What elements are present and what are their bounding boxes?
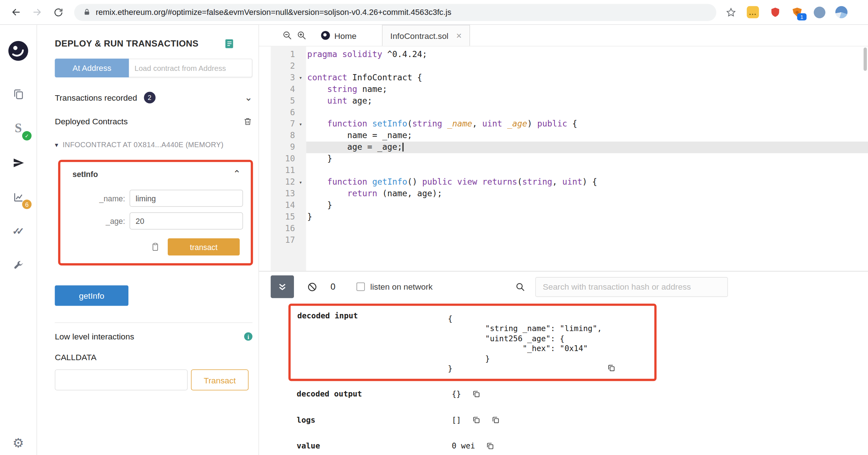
fold-arrow-icon[interactable]: ▾ <box>295 72 306 84</box>
screen: remix.ethereum.org/#optimize=false&evmVe… <box>0 0 868 455</box>
extension-circle[interactable] <box>813 5 826 19</box>
forward-button[interactable] <box>29 4 45 21</box>
clipboard-icon[interactable] <box>151 242 160 251</box>
copy-icon[interactable] <box>608 364 616 372</box>
line-number: 8 <box>271 130 295 142</box>
sidebar-item-file-explorer[interactable] <box>7 83 29 105</box>
code-line-16[interactable]: 16 <box>271 223 868 234</box>
terminal-collapse-button[interactable] <box>271 275 294 298</box>
code-line-8[interactable]: 8 name = _name; <box>271 130 868 142</box>
code-line-14[interactable]: 14 } <box>271 200 868 211</box>
calldata-transact-button[interactable]: Transact <box>191 369 248 390</box>
tab-infocontract[interactable]: InfoContract.sol × <box>382 25 470 46</box>
fold-arrow-icon[interactable]: ▾ <box>295 118 306 130</box>
deployed-contracts-row: Deployed Contracts <box>55 117 252 126</box>
gear-icon: ⚙ <box>13 436 24 451</box>
setinfo-annotation-box: setInfo ⌃ _name: _age: transact <box>58 160 253 266</box>
transact-button[interactable]: transact <box>168 238 240 255</box>
code-line-17[interactable]: 17 <box>271 234 868 246</box>
sidebar-item-debugger[interactable] <box>7 254 29 277</box>
getinfo-button[interactable]: getInfo <box>55 285 128 306</box>
listen-network-checkbox[interactable] <box>357 283 365 291</box>
code-line-9[interactable]: 9 age = _age; <box>271 142 868 153</box>
code-text: string name; <box>306 84 868 95</box>
age-input[interactable] <box>130 212 243 229</box>
double-check-icon: ✓✓ <box>12 225 24 237</box>
trash-icon[interactable] <box>243 117 252 126</box>
sidebar-item-testing[interactable]: ✓✓ <box>7 220 29 242</box>
at-address-button[interactable]: At Address <box>55 59 129 77</box>
chevron-up-icon[interactable]: ⌃ <box>233 172 241 177</box>
decoded-input-annotation-box: decoded input { "string _name": "liming"… <box>288 303 657 381</box>
zoom-in-button[interactable] <box>295 28 309 43</box>
extension-shield[interactable] <box>768 5 782 19</box>
chevron-down-icon[interactable]: ⌄ <box>244 95 252 100</box>
fold-arrow-icon[interactable]: ▾ <box>295 176 306 188</box>
line-number: 4 <box>271 84 295 95</box>
profile-avatar[interactable] <box>835 5 848 19</box>
line-number: 12 <box>271 176 295 188</box>
fold-arrow-icon <box>295 153 306 165</box>
decoded-input-label: decoded input <box>297 311 448 373</box>
deployed-contract-header[interactable]: ▾ INFOCONTRACT AT 0X814...A440E (MEMORY) <box>55 141 252 149</box>
sidebar-item-settings[interactable]: ⚙ <box>0 436 36 451</box>
code-line-1[interactable]: 1pragma solidity ^0.4.24; <box>271 49 868 60</box>
setinfo-header[interactable]: setInfo ⌃ <box>68 168 243 184</box>
copy-icon[interactable] <box>491 416 500 424</box>
remix-logo[interactable] <box>7 40 29 62</box>
metamask-badge: 1 <box>797 13 807 21</box>
code-line-10[interactable]: 10 } <box>271 153 868 165</box>
calldata-input[interactable] <box>55 369 188 390</box>
copy-icon[interactable] <box>472 416 481 424</box>
code-editor[interactable]: 1pragma solidity ^0.4.24;23▾contract Inf… <box>271 47 868 271</box>
code-line-2[interactable]: 2 <box>271 60 868 72</box>
line-number: 16 <box>271 223 295 234</box>
sidebar-item-deploy-run[interactable] <box>7 152 29 174</box>
code-line-4[interactable]: 4 string name; <box>271 84 868 95</box>
tab-home[interactable]: Home <box>315 25 362 46</box>
collapse-triangle-icon: ▾ <box>55 141 58 148</box>
refresh-button[interactable] <box>50 4 67 21</box>
terminal-search-button[interactable] <box>515 282 525 291</box>
code-line-15[interactable]: 15} <box>271 211 868 223</box>
name-input[interactable] <box>130 190 243 207</box>
back-button[interactable] <box>8 4 24 21</box>
load-contract-input[interactable] <box>129 59 252 77</box>
url-bar[interactable]: remix.ethereum.org/#optimize=false&evmVe… <box>74 4 716 21</box>
remix-home-icon <box>321 31 330 40</box>
bookmark-star-button[interactable] <box>724 5 737 19</box>
code-text: } <box>306 211 868 223</box>
clear-console-button[interactable] <box>307 282 317 291</box>
icon-rail: S ✓ 6 ✓✓ ⚙ <box>0 25 37 455</box>
terminal-toolbar: 0 listen on network <box>271 275 728 298</box>
transactions-count-badge: 2 <box>144 92 155 104</box>
extension-yellow[interactable]: ... <box>746 5 760 19</box>
transact-row: transact <box>68 238 243 255</box>
code-text <box>306 60 868 72</box>
code-line-6[interactable]: 6 <box>271 107 868 118</box>
info-icon[interactable]: i <box>244 333 252 341</box>
code-line-11[interactable]: 11 <box>271 165 868 176</box>
decoded-output-row: decoded output {} <box>297 389 481 398</box>
code-text <box>306 234 868 246</box>
code-line-7[interactable]: 7▾ function setInfo(string _name, uint _… <box>271 118 868 130</box>
extension-metamask[interactable]: 1 <box>791 5 804 19</box>
panel-title: DEPLOY & RUN TRANSACTIONS <box>55 39 199 49</box>
code-line-5[interactable]: 5 uint age; <box>271 95 868 107</box>
transactions-recorded-row[interactable]: Transactions recorded 2 ⌄ <box>55 92 252 104</box>
sidebar-item-analytics[interactable]: 6 <box>7 186 29 208</box>
terminal-search-input[interactable] <box>535 277 728 297</box>
code-line-3[interactable]: 3▾contract InfoContract { <box>271 72 868 84</box>
zoom-out-button[interactable] <box>280 28 295 43</box>
zoom-out-icon <box>282 31 292 40</box>
copy-icon[interactable] <box>472 390 481 398</box>
close-tab-icon[interactable]: × <box>456 30 462 41</box>
editor-scrollbar[interactable] <box>864 48 867 71</box>
sidebar-item-compiler[interactable]: S ✓ <box>7 117 29 140</box>
journal-icon[interactable] <box>225 39 234 48</box>
copy-icon[interactable] <box>486 442 494 450</box>
browser-actions: ... 1 <box>724 5 848 19</box>
code-line-12[interactable]: 12▾ function getInfo() public view retur… <box>271 176 868 188</box>
code-line-13[interactable]: 13 return (name, age); <box>271 188 868 200</box>
calldata-row: Transact <box>55 369 252 390</box>
